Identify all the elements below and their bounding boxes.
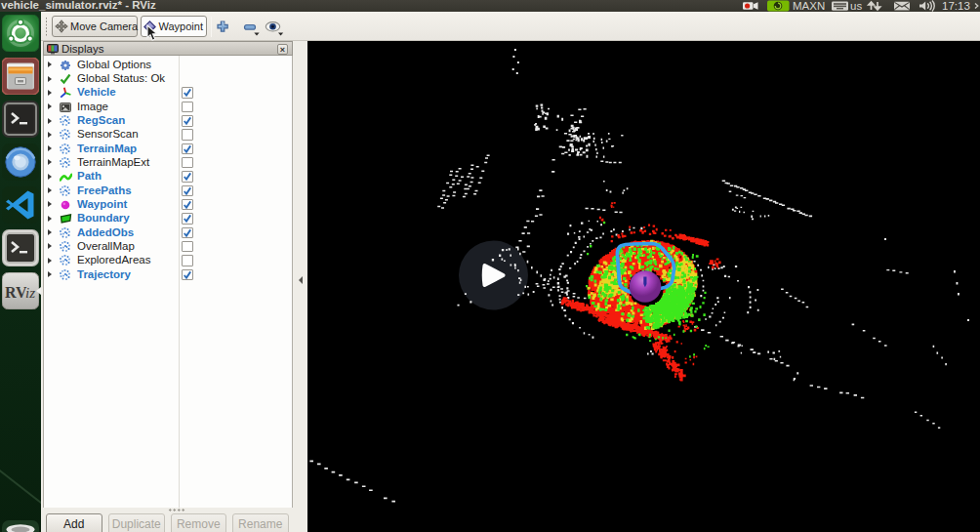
svg-text:us: us [850,0,862,12]
svg-text:17:13: 17:13 [942,0,970,12]
svg-text:iz: iz [25,285,35,301]
svg-text:RV: RV [5,284,27,301]
svg-text:MAXN: MAXN [793,0,825,12]
